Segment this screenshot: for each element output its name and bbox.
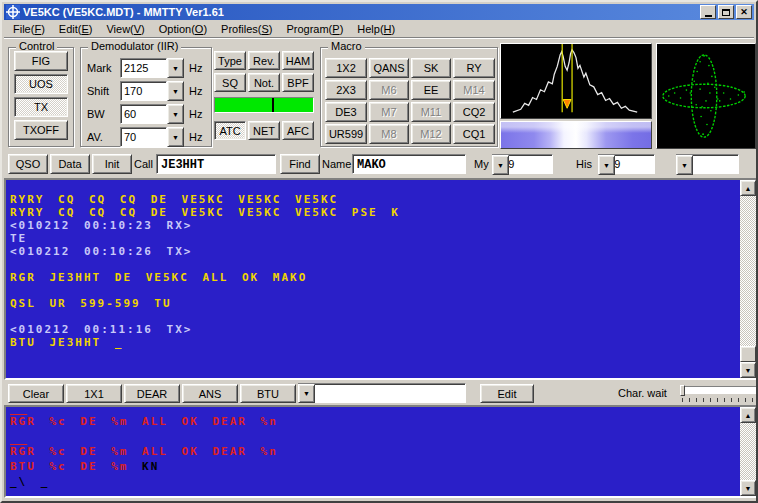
macro-cq1-button[interactable]: CQ1 [453,124,495,144]
macro-qans-button[interactable]: QANS [369,58,409,78]
macro-select-combo[interactable]: ▼ [298,383,466,403]
bpf-button[interactable]: BPF [282,73,314,92]
macro-cq2-button[interactable]: CQ2 [453,102,495,122]
menu-profiles[interactable]: Profiles(S) [214,22,279,36]
ham-button[interactable]: HAM [282,51,314,70]
macro-ry-button[interactable]: RY [453,58,495,78]
scroll-up-icon[interactable]: ▲ [740,180,756,196]
uos-button[interactable]: UOS [14,74,68,94]
chevron-down-icon[interactable]: ▼ [167,58,184,78]
macro-de3-button[interactable]: DE3 [325,102,367,122]
av-combo[interactable]: 70▼ [120,127,184,147]
menu-edit[interactable]: Edit(E) [52,22,100,36]
atc-button[interactable]: ATC [214,121,246,140]
shift-value[interactable]: 170 [120,81,167,101]
dear-button[interactable]: DEAR [124,384,180,403]
scroll-down-icon[interactable]: ▼ [740,362,756,378]
my-rst-combo[interactable]: 599 ▼ [492,154,570,174]
edit-button[interactable]: Edit [480,384,534,403]
mark-value[interactable]: 2125 [120,58,167,78]
type-button[interactable]: Type [214,51,246,70]
macro-2x3-button[interactable]: 2X3 [325,80,367,100]
macro-1x2-button[interactable]: 1X2 [325,58,367,78]
rev-button[interactable]: Rev. [248,51,280,70]
1x1-button[interactable]: 1X1 [66,384,122,403]
tx-scrollbar[interactable]: ▲ ▼ [740,407,756,496]
chevron-down-icon[interactable]: ▼ [167,104,184,124]
menu-option[interactable]: Option(O) [152,22,214,36]
fft-spectrum-display[interactable] [500,43,652,119]
qso-button[interactable]: QSO [8,154,48,174]
init-button[interactable]: Init [92,154,132,174]
his-rst-label: His [576,158,592,170]
ans-button[interactable]: ANS [182,384,238,403]
mark-combo[interactable]: 2125▼ [120,58,184,78]
his-rst-combo[interactable]: 599 ▼ [598,154,672,174]
btu-button[interactable]: BTU [240,384,296,403]
maximize-button[interactable] [718,5,734,19]
menu-file[interactable]: File(F) [6,22,52,36]
tx-terminal[interactable]: RGR %c DE %m ALL OK DEAR %n RGR %c DE %m… [4,405,758,498]
not-button[interactable]: Not. [248,73,280,92]
menu-program[interactable]: Program(P) [279,22,350,36]
char-wait-slider-groove[interactable] [680,386,758,394]
title-bar[interactable]: VE5KC (VE5KC.MDT) - MMTTY Ver1.61 ✕ [4,4,754,20]
squelch-level-bar[interactable] [214,97,314,113]
tx-button[interactable]: TX [14,97,68,117]
txoff-button[interactable]: TXOFF [14,120,68,140]
band-combo[interactable]: 14 ▼ [676,154,756,174]
terminal-line: <010212 00:10:23 RX> [10,219,738,232]
rx-scrollbar-thumb[interactable] [740,346,756,362]
chevron-down-icon[interactable]: ▼ [598,155,615,175]
net-button[interactable]: NET [248,121,280,140]
rx-scrollbar[interactable]: ▲ ▼ [740,180,756,378]
terminal-line [10,310,738,323]
terminal-text: KN [142,460,159,473]
char-wait-slider-thumb[interactable] [680,385,685,396]
mark-unit-label: Hz [189,62,202,74]
terminal-line: RGR %c DE %m ALL OK DEAR %n [10,444,738,459]
menu-view[interactable]: View(V) [99,22,151,36]
macro-select-value[interactable] [298,383,466,403]
shift-combo[interactable]: 170▼ [120,81,184,101]
close-button[interactable]: ✕ [736,5,752,19]
macro-ur599-button[interactable]: UR599 [325,124,367,144]
waterfall-display[interactable] [500,121,652,149]
top-panel: Control FIGUOSTXTXOFF Demodulator (IIR) … [4,39,758,152]
call-input[interactable] [156,154,276,174]
bw-combo[interactable]: 60▼ [120,104,184,124]
bw-value[interactable]: 60 [120,104,167,124]
demod-row-mark: Mark2125▼Hz [87,58,202,78]
find-button[interactable]: Find [280,154,320,174]
minimize-button[interactable] [700,5,716,19]
rx-terminal[interactable]: RYRY CQ CQ CQ DE VE5KC VE5KC VE5KCRYRY C… [4,178,758,380]
av-unit-label: Hz [189,131,202,143]
char-wait-slider-ticks [682,398,756,402]
chevron-down-icon[interactable]: ▼ [676,155,693,175]
fig-button[interactable]: FIG [14,51,68,71]
name-input[interactable] [352,154,466,174]
my-rst-label: My [474,158,489,170]
char-wait-slider[interactable] [680,385,758,402]
macro-ee-button[interactable]: EE [411,80,451,100]
terminal-line: RGR %c DE %m ALL OK DEAR %n [10,414,738,429]
chevron-down-icon[interactable]: ▼ [492,155,509,175]
chevron-down-icon[interactable]: ▼ [167,127,184,147]
terminal-text: <010212 00:10:26 TX> [10,245,192,258]
terminal-line [10,284,738,297]
terminal-text: _ [115,336,124,349]
av-value[interactable]: 70 [120,127,167,147]
xy-scope-display [656,43,756,149]
chevron-down-icon[interactable]: ▼ [167,81,184,101]
macro-sk-button[interactable]: SK [411,58,451,78]
afc-button[interactable]: AFC [282,121,314,140]
data-button[interactable]: Data [50,154,90,174]
chevron-down-icon[interactable]: ▼ [298,384,315,403]
macro-m8-button: M8 [369,124,409,144]
menu-help[interactable]: Help(H) [350,22,402,36]
scroll-down-icon[interactable]: ▼ [740,480,756,496]
scroll-up-icon[interactable]: ▲ [740,407,756,423]
sq-button[interactable]: SQ [214,73,246,92]
scope-crosshair-icon[interactable] [6,5,20,19]
clear-button[interactable]: Clear [8,384,64,403]
